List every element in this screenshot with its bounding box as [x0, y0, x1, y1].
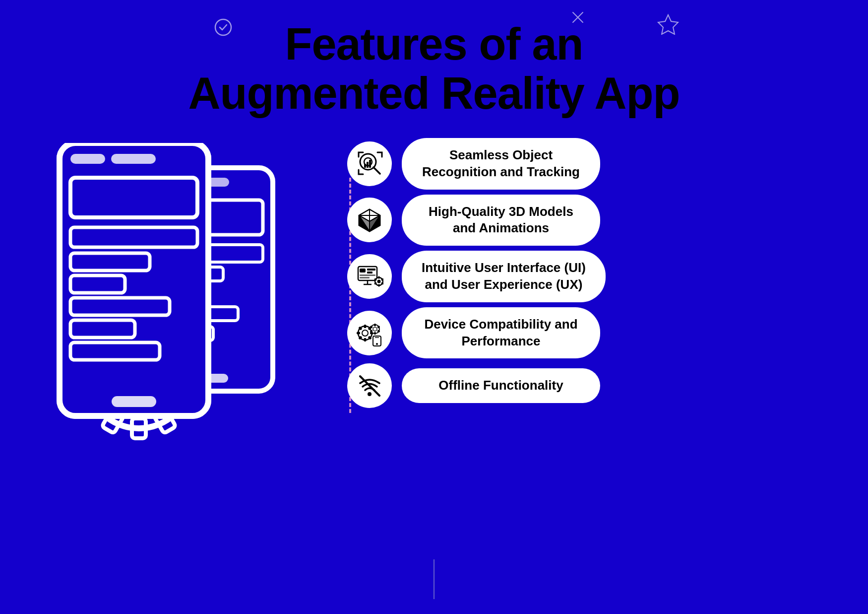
feature-label-4: Device Compatibility andPerformance — [402, 307, 600, 359]
feature-item-5: Offline Functionality — [347, 363, 838, 408]
svg-rect-29 — [60, 143, 208, 416]
illustration — [30, 143, 327, 517]
svg-rect-45 — [369, 160, 371, 168]
svg-rect-43 — [364, 164, 366, 168]
main-content: Seamless ObjectRecognition and Tracking — [0, 118, 868, 517]
svg-rect-85 — [374, 332, 376, 335]
svg-point-63 — [377, 280, 380, 283]
feature-item-1: Seamless ObjectRecognition and Tracking — [347, 138, 838, 190]
bottom-divider — [434, 559, 434, 599]
svg-rect-44 — [367, 162, 369, 168]
feature-item-4: Device Compatibility andPerformance — [347, 307, 838, 359]
svg-rect-82 — [374, 324, 376, 326]
features-section: Seamless ObjectRecognition and Tracking — [327, 133, 838, 413]
feature-item-3: Intuitive User Interface (UI)and User Ex… — [347, 251, 838, 302]
svg-rect-57 — [360, 269, 366, 273]
svg-rect-78 — [357, 332, 360, 335]
svg-rect-30 — [70, 154, 105, 164]
svg-rect-72 — [364, 325, 366, 328]
feature-label-2: High-Quality 3D Modelsand Animations — [402, 195, 600, 246]
feature-item-2: High-Quality 3D Modelsand Animations — [347, 195, 838, 246]
svg-point-91 — [368, 392, 372, 396]
feature-label-3: Intuitive User Interface (UI)and User Ex… — [402, 251, 606, 302]
svg-point-90 — [376, 343, 378, 345]
title-section: Features of an Augmented Reality App — [0, 0, 868, 118]
svg-rect-76 — [364, 338, 366, 341]
feature-label-5: Offline Functionality — [402, 368, 600, 403]
svg-rect-61 — [360, 277, 370, 278]
svg-line-42 — [373, 167, 380, 174]
device-compatibility-icon — [347, 311, 392, 355]
svg-rect-39 — [112, 396, 156, 407]
3d-models-icon — [347, 198, 392, 242]
svg-rect-67 — [378, 284, 379, 287]
svg-rect-59 — [367, 272, 372, 273]
svg-rect-60 — [360, 274, 375, 276]
svg-rect-64 — [378, 276, 379, 279]
svg-rect-31 — [111, 154, 156, 164]
feature-label-1: Seamless ObjectRecognition and Tracking — [402, 138, 600, 190]
svg-rect-58 — [367, 269, 375, 271]
object-recognition-icon — [347, 141, 392, 186]
ui-ux-icon — [347, 254, 392, 299]
page-title: Features of an Augmented Reality App — [0, 20, 868, 118]
offline-icon — [347, 363, 392, 408]
svg-point-71 — [362, 330, 368, 336]
